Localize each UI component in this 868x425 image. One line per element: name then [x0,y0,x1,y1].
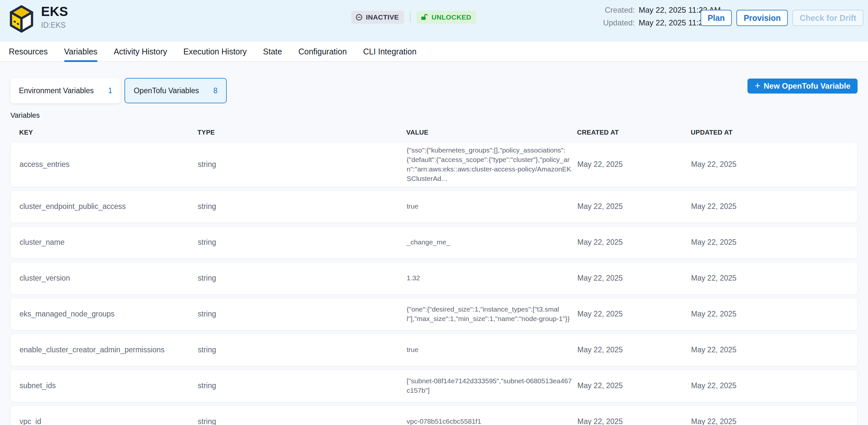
variable-created-at: May 22, 2025 [577,417,691,425]
table-row: access_entries string {"sso":{"kubernete… [10,142,858,187]
variable-key: cluster_name [20,238,198,247]
table-row: cluster_name string _change_me_ May 22, … [10,226,858,259]
subtab-environment-variables[interactable]: Environment Variables 1 [10,78,121,103]
variable-created-at: May 22, 2025 [577,238,691,247]
edit-variable-button[interactable] [812,344,824,356]
variable-created-at: May 22, 2025 [577,345,691,354]
variable-type: string [198,417,407,425]
minus-circle-icon [355,13,363,21]
status-badge: INACTIVE [351,11,404,24]
variable-key: cluster_version [20,274,198,282]
variable-key: eks_managed_node_groups [20,310,198,318]
subtab-count-badge: 1 [108,86,113,95]
edit-variable-button[interactable] [812,272,824,284]
variable-updated-at: May 22, 2025 [691,381,786,390]
lock-status-badge: UNLOCKED [416,11,476,24]
variable-value: vpc-078b51c6cbc5581f1 [407,417,577,425]
variable-created-at: May 22, 2025 [577,274,691,282]
row-actions [786,380,845,392]
variable-key: subnet_ids [20,381,198,390]
table-row: vpc_id string vpc-078b51c6cbc5581f1 May … [10,405,858,425]
table-row: eks_managed_node_groups string {"one":{"… [10,298,858,331]
row-actions [786,272,845,284]
updated-label: Updated: [603,18,635,28]
variable-updated-at: May 22, 2025 [691,345,786,354]
delete-variable-button[interactable] [834,159,845,171]
variables-page: Environment Variables 1 OpenTofu Variabl… [0,78,868,425]
unlock-icon [420,13,429,21]
row-actions [786,237,845,248]
edit-variable-button[interactable] [812,201,824,212]
edit-variable-button[interactable] [812,308,824,320]
row-actions [786,344,845,356]
delete-variable-button[interactable] [834,237,845,248]
variables-table-body: access_entries string {"sso":{"kubernete… [10,142,858,425]
column-header-created-at: CREATED AT [577,129,691,136]
subtab-count-badge: 8 [213,86,218,95]
tab-configuration[interactable]: Configuration [299,42,347,61]
variables-subtabs: Environment Variables 1 OpenTofu Variabl… [10,78,858,103]
variable-updated-at: May 22, 2025 [691,274,786,282]
page-title: EKS [41,5,68,18]
delete-variable-button[interactable] [834,416,845,425]
variable-updated-at: May 22, 2025 [691,310,786,318]
variable-type: string [198,202,407,211]
table-row: cluster_version string 1.32 May 22, 2025… [10,262,858,295]
tab-execution-history[interactable]: Execution History [183,42,247,61]
plan-button[interactable]: Plan [701,10,732,26]
tab-variables[interactable]: Variables [64,42,97,61]
variable-value: {"one":{"desired_size":1,"instance_types… [407,305,577,324]
delete-variable-button[interactable] [834,272,845,284]
table-header: KEY TYPE VALUE CREATED AT UPDATED AT [10,129,858,136]
variable-type: string [198,274,407,282]
check-for-drift-button[interactable]: Check for Drift [793,10,863,26]
variable-type: string [198,345,407,354]
subtab-label: OpenTofu Variables [133,86,199,95]
tab-activity-history[interactable]: Activity History [114,42,167,61]
variable-created-at: May 22, 2025 [577,202,691,211]
divider [410,12,410,23]
variable-value: true [407,202,577,211]
variable-updated-at: May 22, 2025 [691,238,786,247]
variable-key: cluster_endpoint_public_access [20,202,198,211]
variable-created-at: May 22, 2025 [577,381,691,390]
delete-variable-button[interactable] [834,201,845,212]
edit-variable-button[interactable] [812,237,824,248]
edit-variable-button[interactable] [812,416,824,425]
brand: EKS ID:EKS [8,5,68,35]
tab-resources[interactable]: Resources [9,42,48,61]
delete-variable-button[interactable] [834,380,845,392]
stack-id: ID:EKS [41,21,68,30]
column-header-key: KEY [19,129,197,136]
section-title: Variables [10,111,858,120]
edit-variable-button[interactable] [812,380,824,392]
tab-state[interactable]: State [263,42,282,61]
delete-variable-button[interactable] [834,308,845,320]
tab-cli-integration[interactable]: CLI Integration [363,42,416,61]
variable-created-at: May 22, 2025 [577,160,691,169]
row-actions [786,201,845,212]
edit-variable-button[interactable] [812,159,824,171]
variable-created-at: May 22, 2025 [577,310,691,318]
table-row: enable_cluster_creator_admin_permissions… [10,334,858,366]
row-actions [786,308,845,320]
variable-value: {"sso":{"kubernetes_groups":[],"policy_a… [407,146,577,183]
delete-variable-button[interactable] [834,344,845,356]
variable-updated-at: May 22, 2025 [691,160,786,169]
app-logo-icon [8,5,34,35]
created-label: Created: [603,5,635,15]
variable-key: access_entries [20,160,198,169]
variable-type: string [198,160,407,169]
subtab-opentofu-variables[interactable]: OpenTofu Variables 8 [124,78,226,103]
variable-type: string [198,238,407,247]
new-opentofu-variable-button[interactable]: + New OpenTofu Variable [747,79,858,94]
stack-header: EKS ID:EKS INACTIVE UNLOCKED Created: [0,0,868,42]
column-header-type: TYPE [197,129,406,136]
variable-type: string [198,310,407,318]
variable-value: true [407,345,577,355]
column-header-updated-at: UPDATED AT [691,129,786,136]
table-row: subnet_ids string ["subnet-08f14e7142d33… [10,370,858,402]
row-actions [786,159,845,171]
table-row: cluster_endpoint_public_access string tr… [10,190,858,223]
provision-button[interactable]: Provision [736,10,788,26]
